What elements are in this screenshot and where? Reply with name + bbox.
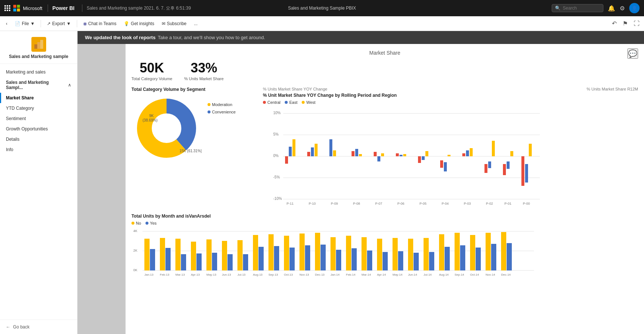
search-input[interactable] [563, 6, 600, 11]
svg-rect-45 [488, 161, 491, 168]
back-button[interactable]: ‹ [3, 20, 10, 28]
svg-rect-42 [466, 150, 469, 156]
fullscreen-button[interactable]: ⛶ [632, 19, 641, 28]
comment-button[interactable]: 💬 [627, 48, 638, 59]
account-icon[interactable]: 👤 [629, 3, 640, 13]
legend-west: West [302, 100, 315, 105]
svg-rect-23 [315, 144, 318, 156]
banner-detail: Take a tour, and we'll show you how to g… [158, 35, 265, 40]
sidebar-item-info[interactable]: Info [0, 144, 77, 155]
svg-rect-74 [165, 248, 171, 270]
svg-rect-116 [491, 244, 496, 270]
svg-text:0K: 0K [133, 268, 137, 272]
svg-text:Jun-13: Jun-13 [222, 273, 231, 276]
sidebar-item-ytd-category[interactable]: YTD Category [0, 103, 77, 113]
yoy-bar-chart-svg: 10% 5% 0% -5% -10% [263, 107, 544, 207]
svg-text:Nov-14: Nov-14 [486, 273, 495, 276]
export-button[interactable]: ↗ Export ▼ [44, 20, 74, 28]
settings-icon[interactable]: ⚙ [620, 5, 625, 12]
svg-rect-86 [258, 247, 264, 270]
subscribe-button[interactable]: ✉ Subscribe [159, 20, 189, 28]
notification-icon[interactable]: 🔔 [608, 5, 615, 12]
svg-rect-99 [362, 237, 367, 270]
svg-rect-107 [424, 238, 429, 270]
svg-text:Jun-14: Jun-14 [408, 273, 417, 276]
sidebar-item-sentiment[interactable]: Sentiment [0, 113, 77, 124]
svg-rect-38 [440, 160, 443, 168]
svg-rect-72 [150, 249, 155, 270]
toolbar-separator-2 [77, 20, 77, 27]
update-banner: We updated the look of reports Take a to… [78, 31, 644, 44]
svg-text:Jan-14: Jan-14 [330, 273, 340, 276]
svg-text:Sep-14: Sep-14 [455, 273, 464, 276]
legend-dot-yes [145, 222, 148, 225]
sidebar-section-header[interactable]: Sales and Marketing Sampl... ∧ [0, 77, 77, 93]
sidebar-logo-icon [31, 37, 46, 52]
chevron-up-icon: ∧ [68, 82, 71, 88]
svg-rect-2 [40, 40, 43, 49]
sidebar-item-market-share[interactable]: Market Share [0, 93, 77, 103]
search-icon: 🔍 [555, 6, 561, 11]
insights-icon: 💡 [124, 21, 129, 26]
apps-grid[interactable] [4, 5, 10, 11]
bookmark-button[interactable]: ⚑ [621, 18, 629, 28]
file-button[interactable]: 📄 File ▼ [12, 20, 38, 28]
svg-rect-24 [329, 139, 332, 156]
sidebar-item-growth-opportunities[interactable]: Growth Opportunities [0, 124, 77, 134]
more-button[interactable]: ... [191, 20, 201, 28]
svg-rect-117 [501, 232, 506, 270]
kpi-1-value: 50K [131, 60, 172, 76]
search-box[interactable]: 🔍 [552, 4, 603, 12]
svg-rect-79 [206, 239, 212, 270]
svg-text:Oct-14: Oct-14 [470, 273, 479, 276]
svg-rect-80 [212, 253, 217, 270]
svg-text:10%: 10% [273, 111, 281, 115]
topbar: Microsoft Power BI Sales and Marketing s… [0, 0, 644, 16]
yoy-legend: Central East West [263, 100, 638, 105]
svg-rect-97 [346, 236, 351, 270]
legend-dot-central [263, 101, 266, 104]
svg-rect-106 [414, 253, 419, 270]
svg-rect-49 [510, 151, 513, 156]
svg-text:Feb-13: Feb-13 [160, 273, 169, 276]
export-icon: ↗ [47, 21, 51, 26]
chat-teams-button[interactable]: ◉ Chat in Teams [80, 20, 119, 28]
svg-text:Jul-13: Jul-13 [237, 273, 246, 276]
svg-text:Oct-13: Oct-13 [284, 273, 293, 276]
svg-rect-47 [503, 164, 506, 175]
legend-dot-moderation [208, 103, 210, 106]
svg-rect-18 [285, 156, 288, 164]
svg-text:P-11: P-11 [287, 202, 294, 205]
toolbar: ‹ 📄 File ▼ ↗ Export ▼ ◉ Chat in Teams 💡 … [0, 16, 644, 31]
sidebar-item-details[interactable]: Details [0, 134, 77, 144]
sidebar-go-back[interactable]: ← Go back [0, 320, 77, 334]
get-insights-button[interactable]: 💡 Get insights [121, 20, 157, 28]
svg-rect-41 [462, 153, 465, 156]
yoy-header: % Units Market Share YOY Change % Units … [263, 87, 638, 91]
svg-rect-87 [268, 234, 274, 270]
svg-rect-46 [492, 141, 495, 156]
svg-text:2K: 2K [133, 249, 137, 252]
undo-button[interactable]: ↶ [610, 18, 618, 28]
svg-rect-115 [486, 233, 491, 270]
sidebar-logo: Sales and Marketing sample [0, 31, 77, 64]
svg-rect-84 [243, 254, 248, 270]
svg-text:P-07: P-07 [375, 202, 382, 205]
svg-rect-25 [333, 150, 336, 156]
chevron-down-icon: ▼ [30, 21, 35, 26]
center-title: Sales and Marketing Sample PBIX [288, 6, 356, 11]
svg-text:Apr-14: Apr-14 [377, 273, 386, 276]
sidebar-item-marketing-sales[interactable]: Marketing and sales [0, 67, 77, 77]
svg-rect-39 [444, 162, 447, 171]
main-content: We updated the look of reports Take a to… [78, 31, 644, 334]
svg-rect-29 [374, 152, 377, 156]
svg-rect-21 [307, 152, 310, 156]
svg-rect-102 [383, 252, 388, 270]
powerbi-label: Power BI [52, 5, 75, 11]
svg-rect-50 [521, 156, 524, 186]
svg-rect-33 [400, 155, 402, 156]
subscribe-icon: ✉ [162, 21, 165, 26]
report-area: Market Share 💬 50K Total Category Volume… [78, 44, 644, 334]
svg-text:Sep-13: Sep-13 [268, 273, 278, 276]
svg-text:P-00: P-00 [523, 202, 530, 205]
